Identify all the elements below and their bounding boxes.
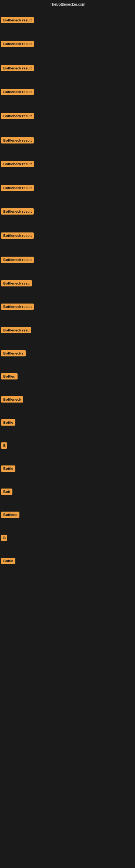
bottleneck-badge-13[interactable]: Bottleneck result bbox=[1, 304, 34, 310]
bottleneck-badge-9[interactable]: Bottleneck result bbox=[1, 208, 34, 215]
bottleneck-badge-17[interactable]: Bottleneck bbox=[1, 396, 23, 403]
badge-row-2: Bottleneck result bbox=[0, 39, 35, 50]
badge-row-12: Bottleneck resu bbox=[0, 279, 33, 289]
badge-row-18: Bottle bbox=[0, 418, 16, 428]
bottleneck-badge-12[interactable]: Bottleneck resu bbox=[1, 280, 32, 286]
bottleneck-badge-21[interactable]: Bott bbox=[1, 489, 12, 495]
badge-row-1: Bottleneck result bbox=[0, 16, 35, 26]
bottleneck-badge-1[interactable]: Bottleneck result bbox=[1, 17, 34, 23]
badge-row-24: Bottle bbox=[0, 556, 16, 567]
badge-row-8: Bottleneck result bbox=[0, 183, 35, 194]
badge-row-11: Bottleneck result bbox=[0, 255, 35, 266]
bottleneck-badge-20[interactable]: Bottle bbox=[1, 465, 15, 472]
bottleneck-badge-7[interactable]: Bottleneck result bbox=[1, 161, 34, 167]
bottleneck-badge-19[interactable]: B bbox=[1, 442, 7, 448]
bottleneck-badge-23[interactable]: B bbox=[1, 535, 7, 541]
badge-row-9: Bottleneck result bbox=[0, 207, 35, 217]
badge-row-13: Bottleneck result bbox=[0, 302, 35, 312]
bottleneck-badge-4[interactable]: Bottleneck result bbox=[1, 89, 34, 95]
bottleneck-badge-16[interactable]: Bottlen bbox=[1, 373, 17, 379]
bottleneck-badge-8[interactable]: Bottleneck result bbox=[1, 185, 34, 191]
bottleneck-badge-14[interactable]: Bottleneck resu bbox=[1, 327, 31, 333]
site-title-container: TheBottlenecker.com bbox=[0, 0, 135, 8]
badge-row-4: Bottleneck result bbox=[0, 87, 35, 98]
badge-row-17: Bottleneck bbox=[0, 395, 24, 405]
bottleneck-badge-6[interactable]: Bottleneck result bbox=[1, 137, 34, 144]
bottleneck-badge-24[interactable]: Bottle bbox=[1, 558, 15, 564]
bottleneck-badge-15[interactable]: Bottleneck r bbox=[1, 350, 26, 356]
bottleneck-badge-18[interactable]: Bottle bbox=[1, 420, 15, 426]
badge-row-5: Bottleneck result bbox=[0, 111, 35, 122]
bottleneck-badge-5[interactable]: Bottleneck result bbox=[1, 113, 34, 119]
bottleneck-badge-22[interactable]: Bottlens bbox=[1, 512, 19, 518]
site-title: TheBottlenecker.com bbox=[0, 0, 135, 8]
badge-row-22: Bottlens bbox=[0, 510, 20, 521]
badge-row-7: Bottleneck result bbox=[0, 159, 35, 170]
badge-row-10: Bottleneck result bbox=[0, 231, 35, 241]
badge-row-6: Bottleneck result bbox=[0, 135, 35, 146]
badge-row-16: Bottlen bbox=[0, 372, 18, 382]
badge-row-19: B bbox=[0, 441, 8, 452]
bottleneck-badge-2[interactable]: Bottleneck result bbox=[1, 41, 34, 47]
badge-row-15: Bottleneck r bbox=[0, 348, 27, 359]
bottleneck-badge-10[interactable]: Bottleneck result bbox=[1, 232, 34, 239]
badge-row-23: B bbox=[0, 533, 8, 544]
badge-row-21: Bott bbox=[0, 487, 13, 497]
bottleneck-badge-3[interactable]: Bottleneck result bbox=[1, 65, 34, 71]
badge-row-14: Bottleneck resu bbox=[0, 326, 32, 336]
badge-row-20: Bottle bbox=[0, 464, 16, 474]
bottleneck-badge-11[interactable]: Bottleneck result bbox=[1, 257, 34, 263]
badge-row-3: Bottleneck result bbox=[0, 63, 35, 74]
